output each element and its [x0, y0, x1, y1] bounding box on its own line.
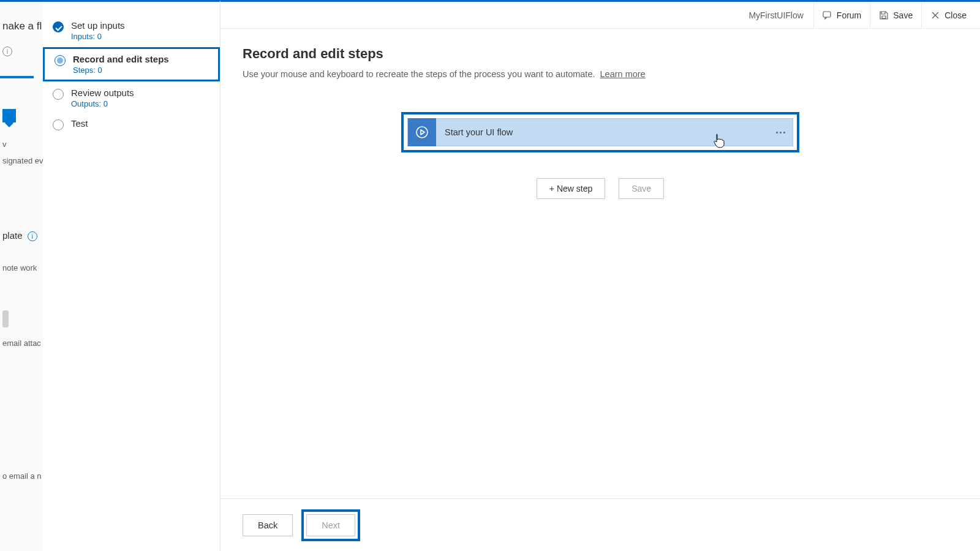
nav-step-setup-inputs[interactable]: Set up inputs Inputs: 0: [43, 15, 220, 46]
active-circle-icon: [55, 55, 66, 66]
learn-more-link[interactable]: Learn more: [600, 69, 646, 79]
back-button[interactable]: Back: [243, 514, 293, 536]
bg-row-1: v: [0, 136, 43, 152]
new-step-button[interactable]: + New step: [537, 178, 605, 199]
flow-start-card[interactable]: Start your UI flow: [407, 118, 793, 146]
bg-template-label: plate: [2, 230, 23, 241]
bg-row-5: o email a n: [0, 468, 43, 484]
close-icon: [930, 10, 940, 20]
info-icon: i: [28, 231, 37, 241]
info-icon: i: [2, 47, 12, 56]
bg-row-4: email attac: [0, 335, 43, 351]
description-text: Use your mouse and keyboard to recreate …: [243, 69, 595, 79]
check-circle-icon: [53, 21, 64, 32]
nav-step-label: Record and edit steps: [73, 54, 212, 64]
nav-step-label: Test: [71, 118, 214, 129]
svg-point-1: [417, 127, 428, 138]
empty-circle-icon: [53, 119, 64, 130]
nav-step-label: Review outputs: [71, 88, 214, 98]
svg-rect-0: [823, 12, 831, 17]
next-button-highlight: Next: [301, 509, 360, 541]
main-panel: MyFirstUIFlow Forum Save Close Record an…: [221, 0, 980, 551]
record-play-icon: [408, 118, 436, 146]
page-title: Record and edit steps: [243, 46, 958, 62]
save-icon: [879, 10, 889, 20]
chat-icon: [823, 10, 832, 20]
close-label: Close: [944, 10, 967, 20]
save-label: Save: [893, 10, 913, 20]
nav-step-sub: Inputs: 0: [71, 32, 214, 41]
nav-step-test[interactable]: Test: [43, 113, 220, 133]
page-description: Use your mouse and keyboard to recreate …: [243, 69, 958, 79]
forum-button[interactable]: Forum: [813, 2, 870, 29]
wizard-footer: Back Next: [221, 498, 980, 551]
bg-gray-chip: [2, 310, 9, 328]
nav-step-sub: Steps: 0: [73, 66, 212, 75]
forum-label: Forum: [837, 10, 861, 20]
top-bar: MyFirstUIFlow Forum Save Close: [221, 2, 980, 29]
close-button[interactable]: Close: [921, 2, 975, 29]
wizard-side-panel: Set up inputs Inputs: 0 Record and edit …: [43, 0, 221, 551]
background-page-strip: nake a fl i v signated even plate i note…: [0, 0, 43, 551]
bg-row-3: note work: [0, 260, 43, 276]
nav-step-sub: Outputs: 0: [71, 99, 214, 108]
flow-start-card-highlight: Start your UI flow: [401, 112, 799, 152]
flow-template-icon: [2, 109, 16, 122]
save-button[interactable]: Save: [870, 2, 921, 29]
nav-step-label: Set up inputs: [71, 20, 214, 31]
flow-name-title: MyFirstUIFlow: [739, 10, 813, 20]
bg-heading-fragment: nake a fl: [0, 17, 43, 36]
bg-accent-bar: [0, 76, 34, 78]
nav-step-review-outputs[interactable]: Review outputs Outputs: 0: [43, 83, 220, 113]
save-step-button[interactable]: Save: [619, 178, 664, 199]
next-button[interactable]: Next: [306, 514, 355, 536]
empty-circle-icon: [53, 89, 64, 100]
card-menu-button[interactable]: [776, 119, 785, 146]
flow-start-label: Start your UI flow: [445, 127, 513, 137]
nav-step-record-edit[interactable]: Record and edit steps Steps: 0: [43, 47, 220, 81]
bg-row-2: signated even: [0, 152, 43, 169]
